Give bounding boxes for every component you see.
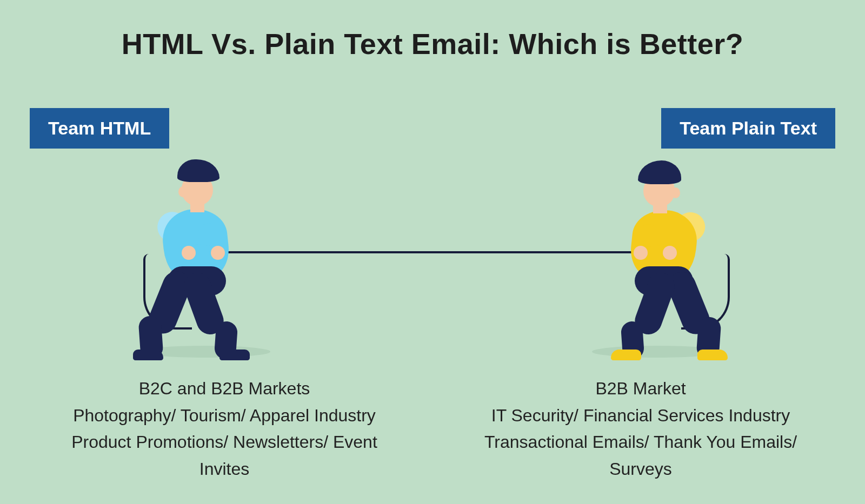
list-item: Transactional Emails/ Thank You Emails/ …	[468, 429, 814, 482]
team-plaintext-use-cases: B2B Market IT Security/ Financial Servic…	[468, 375, 814, 482]
team-html-use-cases: B2C and B2B Markets Photography/ Tourism…	[51, 375, 397, 482]
list-item: IT Security/ Financial Services Industry	[468, 402, 814, 429]
list-item: B2B Market	[468, 375, 814, 402]
list-item: B2C and B2B Markets	[51, 375, 397, 402]
team-plaintext-badge: Team Plain Text	[661, 108, 835, 149]
person-team-plaintext-icon	[589, 159, 730, 354]
list-item: Photography/ Tourism/ Apparel Industry	[51, 402, 397, 429]
list-item: Product Promotions/ Newsletters/ Event I…	[51, 429, 397, 482]
team-html-badge: Team HTML	[30, 108, 169, 149]
person-team-html-icon	[130, 159, 270, 354]
page-title: HTML Vs. Plain Text Email: Which is Bett…	[0, 27, 865, 61]
